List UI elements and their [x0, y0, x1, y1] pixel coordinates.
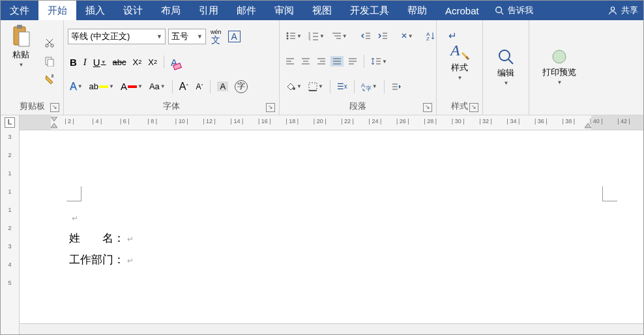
enclose-char-button[interactable]: 字: [233, 79, 250, 95]
align-right-icon: [317, 57, 326, 65]
tab-design[interactable]: 设计: [114, 1, 152, 20]
svg-line-1: [501, 12, 503, 15]
tab-home[interactable]: 开始: [38, 1, 76, 20]
document-area: L 321112345 | 2 || 4 || 6 || 8 || 10 || …: [1, 115, 643, 334]
print-preview-button[interactable]: 打印预览 ▼: [533, 47, 585, 87]
tab-view[interactable]: 视图: [303, 1, 341, 20]
svg-rect-11: [48, 59, 53, 66]
grow-font-button[interactable]: A˄: [177, 80, 192, 94]
align-left-button[interactable]: [284, 56, 297, 66]
ruler-tick: | 40 |: [590, 118, 603, 124]
tab-review[interactable]: 审阅: [265, 1, 303, 20]
sort-icon: AZ: [426, 31, 435, 40]
shading-button[interactable]: ▼: [284, 81, 304, 93]
svg-point-7: [51, 44, 53, 46]
snap-to-grid-button[interactable]: ☰x: [335, 81, 349, 93]
align-left-icon: [285, 57, 295, 65]
paragraph-settings-button[interactable]: [389, 81, 403, 93]
hanging-indent-marker[interactable]: [51, 123, 57, 130]
ruler-tick: | 22 |: [341, 118, 354, 124]
print-preview-label: 打印预览: [542, 66, 576, 78]
superscript-button[interactable]: X2: [146, 56, 159, 68]
svg-rect-4: [17, 25, 22, 29]
clear-formatting-button[interactable]: A: [169, 55, 179, 69]
tab-references[interactable]: 引用: [190, 1, 227, 20]
ruler-tick: | 30 |: [452, 118, 465, 124]
share-button[interactable]: 共享: [603, 1, 643, 20]
tab-help[interactable]: 帮助: [398, 1, 436, 20]
tab-file[interactable]: 文件: [1, 1, 38, 20]
page-canvas[interactable]: ↵ 姓 名：↵ 工作部门：↵: [20, 130, 643, 323]
highlight-button[interactable]: ab▼: [87, 80, 116, 93]
bullets-button[interactable]: ▼: [284, 30, 304, 42]
copy-button[interactable]: [42, 55, 57, 68]
dialog-launcher-icon[interactable]: ↘: [50, 103, 59, 112]
subscript-button[interactable]: X2: [131, 56, 144, 68]
vertical-ruler[interactable]: L 321112345: [1, 115, 20, 334]
multilevel-list-button[interactable]: ▼: [329, 30, 349, 42]
font-color-button[interactable]: A▼: [119, 80, 145, 93]
align-center-button[interactable]: [299, 56, 312, 66]
align-justify-button[interactable]: [330, 56, 344, 66]
tell-me-search[interactable]: 告诉我: [488, 1, 540, 20]
decrease-indent-button[interactable]: [359, 30, 373, 42]
align-distributed-button[interactable]: [346, 56, 359, 66]
styles-button[interactable]: A 样式 ▼: [441, 40, 478, 82]
asian-layout-button[interactable]: ✕▼: [399, 30, 415, 42]
line-spacing-button[interactable]: ▼: [369, 55, 389, 67]
char-border-button[interactable]: A: [226, 29, 242, 44]
horizontal-ruler[interactable]: | 2 || 4 || 6 || 8 || 10 || 12 || 14 || …: [20, 115, 643, 130]
char-shading-button[interactable]: A: [215, 80, 230, 93]
paste-button[interactable]: 粘贴 ▼: [7, 23, 35, 99]
italic-button[interactable]: I: [81, 55, 89, 69]
first-line-indent-marker[interactable]: [51, 117, 57, 123]
font-size-value: 五号: [171, 31, 188, 42]
underline-button[interactable]: U▼: [91, 55, 108, 69]
tab-mailings[interactable]: 邮件: [227, 1, 265, 20]
borders-button[interactable]: ▼: [306, 81, 325, 93]
asian-layout-icon: ✕: [401, 31, 407, 40]
dialog-launcher-icon[interactable]: ↘: [469, 103, 478, 112]
editing-button[interactable]: 编辑 ▼: [487, 46, 525, 87]
doc-line-1: 姓 名：: [69, 232, 124, 244]
text-effects-button[interactable]: A▼: [68, 80, 85, 94]
tab-developer[interactable]: 开发工具: [341, 1, 398, 20]
text-direction-button[interactable]: A字▼: [359, 81, 379, 93]
ruler-tick: 3: [1, 243, 19, 250]
phonetic-guide-button[interactable]: wén文: [209, 28, 224, 46]
svg-point-2: [611, 7, 614, 10]
horizontal-scrollbar[interactable]: [20, 323, 643, 334]
change-case-button[interactable]: Aa▼: [147, 80, 168, 93]
dialog-launcher-icon[interactable]: ↘: [266, 103, 275, 112]
paragraph-settings-icon: [391, 82, 402, 91]
sort-button[interactable]: AZ: [424, 30, 437, 42]
increase-indent-button[interactable]: [375, 30, 390, 42]
group-styles-label: 样式: [451, 101, 468, 111]
strikethrough-button[interactable]: abc: [111, 56, 128, 68]
multilevel-icon: [331, 31, 342, 40]
dialog-launcher-icon[interactable]: ↘: [423, 103, 432, 112]
ruler-tick: | 4 |: [93, 118, 102, 124]
ruler-tick: | 32 |: [479, 118, 492, 124]
underline-label: U: [93, 57, 100, 68]
tab-insert[interactable]: 插入: [76, 1, 114, 20]
ruler-tick: | 18 |: [285, 118, 299, 124]
svg-text:字: 字: [366, 85, 372, 91]
brush-icon: [44, 74, 55, 85]
cut-button[interactable]: [42, 36, 57, 50]
tab-selector[interactable]: L: [5, 117, 15, 128]
snap-grid-icon: ☰x: [337, 82, 347, 91]
tab-acrobat[interactable]: Acrobat: [436, 1, 488, 20]
font-family-combo[interactable]: 等线 (中文正文)▼: [68, 29, 166, 44]
eraser-icon: A: [171, 57, 177, 68]
tab-layout[interactable]: 布局: [152, 1, 190, 20]
font-size-combo[interactable]: 五号▼: [168, 29, 206, 44]
document-body[interactable]: ↵ 姓 名：↵ 工作部门：↵: [69, 207, 134, 270]
ruler-tick: | 20 |: [314, 118, 327, 124]
align-right-button[interactable]: [315, 56, 328, 66]
numbering-button[interactable]: 123▼: [306, 30, 327, 42]
bold-button[interactable]: B: [68, 55, 79, 69]
copy-icon: [44, 56, 55, 66]
shrink-font-button[interactable]: A˅: [194, 81, 205, 93]
format-painter-button[interactable]: [42, 73, 57, 86]
